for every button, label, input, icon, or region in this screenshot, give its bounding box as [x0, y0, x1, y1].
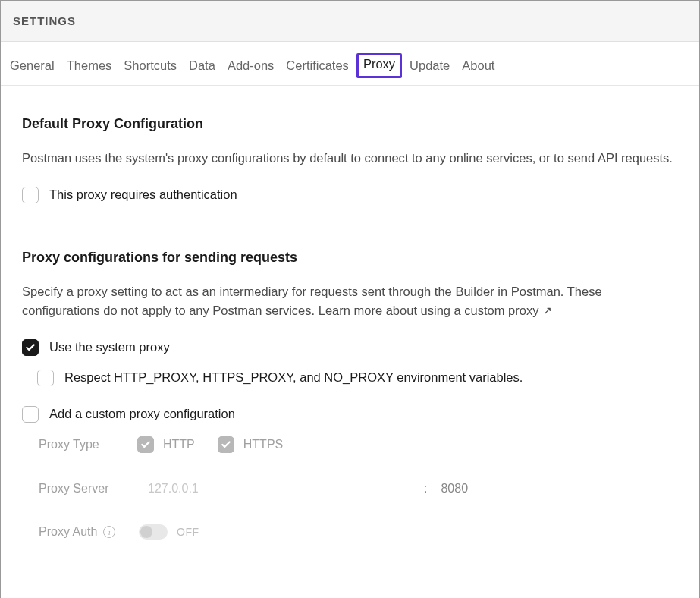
add-custom-proxy-label: Add a custom proxy configuration — [49, 407, 235, 421]
proxy-type-options: HTTP HTTPS — [137, 436, 283, 453]
toggle-knob — [140, 526, 152, 538]
tab-about[interactable]: About — [462, 57, 494, 74]
proxy-port-value[interactable]: 8080 — [441, 482, 468, 496]
custom-proxy-link[interactable]: using a custom proxy — [421, 304, 539, 317]
tab-update[interactable]: Update — [410, 57, 450, 74]
tab-themes[interactable]: Themes — [67, 57, 112, 74]
proxy-type-https-checkbox[interactable] — [218, 436, 234, 453]
settings-header: SETTINGS — [1, 1, 699, 42]
server-port-separator: : — [410, 482, 441, 496]
send-requests-title: Proxy configurations for sending request… — [22, 250, 678, 266]
respect-env-label: Respect HTTP_PROXY, HTTPS_PROXY, and NO_… — [64, 370, 523, 385]
proxy-type-http-checkbox[interactable] — [137, 436, 154, 453]
custom-proxy-link-text: using a custom proxy — [421, 304, 539, 317]
check-icon — [140, 439, 151, 450]
respect-env-checkbox[interactable] — [37, 370, 54, 386]
proxy-type-https-label: HTTPS — [243, 438, 283, 452]
proxy-auth-label-wrap: Proxy Auth i — [39, 525, 137, 539]
proxy-type-row: Proxy Type HTTP HTTPS — [39, 436, 678, 453]
settings-tabs: General Themes Shortcuts Data Add-ons Ce… — [1, 42, 699, 86]
tab-data[interactable]: Data — [189, 57, 215, 74]
tab-certificates[interactable]: Certificates — [286, 57, 349, 74]
send-requests-desc: Specify a proxy setting to act as an int… — [22, 282, 678, 321]
proxy-server-input[interactable] — [137, 474, 410, 503]
auth-required-row: This proxy requires authentication — [22, 187, 678, 203]
proxy-auth-toggle[interactable] — [139, 524, 168, 540]
proxy-server-row: Proxy Server : 8080 — [39, 474, 678, 503]
auth-required-label: This proxy requires authentication — [49, 187, 237, 202]
default-proxy-title: Default Proxy Configuration — [22, 116, 678, 132]
proxy-type-label: Proxy Type — [39, 438, 137, 452]
tab-addons[interactable]: Add-ons — [228, 57, 274, 74]
proxy-auth-label: Proxy Auth — [39, 525, 97, 539]
use-system-proxy-checkbox[interactable] — [22, 339, 39, 356]
section-divider — [22, 222, 678, 222]
proxy-type-https: HTTPS — [218, 436, 283, 453]
use-system-proxy-row: Use the system proxy — [22, 339, 678, 356]
use-system-proxy-label: Use the system proxy — [49, 340, 170, 354]
info-icon[interactable]: i — [103, 526, 115, 538]
add-custom-proxy-checkbox[interactable] — [22, 406, 39, 423]
proxy-auth-toggle-label: OFF — [177, 526, 199, 538]
tab-general[interactable]: General — [10, 57, 55, 74]
external-link-icon: ↗ — [540, 304, 552, 316]
settings-content: Default Proxy Configuration Postman uses… — [1, 86, 699, 540]
default-proxy-desc: Postman uses the system's proxy configur… — [22, 149, 678, 168]
proxy-server-label: Proxy Server — [39, 482, 137, 496]
check-icon — [221, 439, 231, 450]
tab-proxy[interactable]: Proxy — [356, 53, 402, 78]
add-custom-proxy-row: Add a custom proxy configuration — [22, 406, 678, 423]
page-title: SETTINGS — [13, 14, 687, 27]
proxy-type-http: HTTP — [137, 436, 195, 453]
tab-shortcuts[interactable]: Shortcuts — [124, 57, 177, 74]
proxy-auth-toggle-wrap: OFF — [139, 524, 199, 540]
proxy-type-http-label: HTTP — [163, 438, 195, 452]
proxy-auth-row: Proxy Auth i OFF — [39, 524, 678, 540]
respect-env-row: Respect HTTP_PROXY, HTTPS_PROXY, and NO_… — [37, 370, 678, 386]
auth-required-checkbox[interactable] — [22, 187, 39, 203]
check-icon — [25, 342, 36, 353]
